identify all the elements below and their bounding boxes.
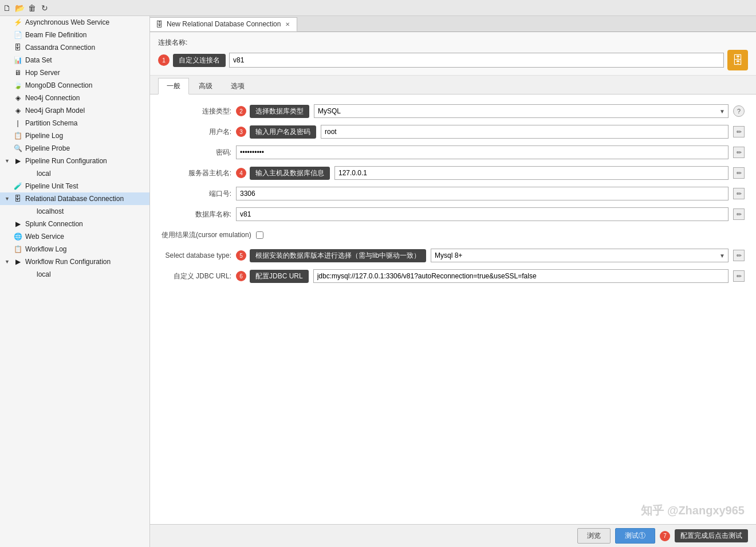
sidebar-item-workflow-run-local[interactable]: local (0, 268, 149, 281)
custom-jdbc-url-label: 自定义 JDBC URL: (162, 271, 236, 281)
select-db-type-select[interactable]: Mysql 8+ Mysql 5.x MariaDB (431, 249, 729, 262)
select-db-type-label: Select database type: (162, 251, 236, 259)
username-row: 用户名: 3 输入用户名及密码 ✏ (162, 124, 745, 139)
use-result-stream-checkbox[interactable] (256, 231, 263, 239)
item-icon-beam-file-definition: 📄 (13, 30, 22, 40)
connection-type-select[interactable]: MySQL PostgreSQL Oracle (314, 104, 729, 118)
custom-jdbc-url-input[interactable] (313, 269, 729, 283)
item-label-workflow-run-configuration: Workflow Run Configuration (25, 258, 111, 266)
database-name-input[interactable] (236, 207, 729, 221)
expand-arrow[interactable]: ▼ (5, 259, 10, 265)
new-icon[interactable]: 🗋 (2, 3, 11, 13)
db-icon: 🗄 (727, 50, 748, 70)
item-label-mongodb-connection: MongoDB Connection (25, 81, 92, 89)
custom-jdbc-url-tooltip: 配置JDBC URL (250, 270, 309, 283)
server-host-label: 服务器主机名: (162, 168, 236, 178)
conn-name-tooltip: 自定义连接名 (173, 54, 226, 67)
item-label-rdb-localhost: localhost (37, 207, 64, 215)
item-label-beam-file-definition: Beam File Definition (25, 31, 86, 39)
item-icon-workflow-run-configuration: ▶ (13, 257, 22, 266)
main-tab[interactable]: 🗄 New Relational Database Connection ✕ (150, 17, 297, 32)
sidebar-item-splunk-connection[interactable]: ▶Splunk Connection (0, 218, 149, 230)
sidebar-item-async-web-service[interactable]: ⚡Asynchronous Web Service (0, 16, 149, 29)
use-result-stream-row: 使用结果流(cursor emulation) (162, 227, 745, 242)
content-area: 🗄 New Relational Database Connection ✕ 连… (150, 16, 756, 547)
expand-arrow[interactable]: ▼ (5, 196, 10, 202)
item-icon-pipeline-unit-test: 🧪 (13, 182, 22, 191)
sidebar-item-pipeline-log[interactable]: 📋Pipeline Log (0, 129, 149, 142)
refresh-icon[interactable]: ↻ (40, 3, 49, 13)
item-label-workflow-log: Workflow Log (25, 245, 66, 253)
browse-button[interactable]: 浏览 (577, 528, 611, 544)
username-input[interactable] (321, 125, 729, 139)
sidebar-item-mongodb-connection[interactable]: 🍃MongoDB Connection (0, 79, 149, 92)
port-edit-button[interactable]: ✏ (733, 188, 745, 199)
sidebar-item-relational-db-connection[interactable]: ▼🗄Relational Database Connection (0, 192, 149, 205)
sidebar-item-pipeline-probe[interactable]: 🔍Pipeline Probe (0, 142, 149, 155)
server-host-control: 4 输入主机及数据库信息 ✏ (236, 166, 745, 180)
server-host-edit-button[interactable]: ✏ (733, 167, 745, 179)
expand-arrow[interactable]: ▼ (5, 158, 10, 164)
select-db-type-tooltip-wrap: 5 根据安装的数据库版本进行选择（需与lib中驱动一致） (236, 249, 426, 262)
sidebar-item-data-set[interactable]: 📊Data Set (0, 54, 149, 66)
use-result-stream-label: 使用结果流(cursor emulation) (162, 230, 256, 240)
port-input[interactable] (236, 187, 729, 200)
server-host-tooltip: 输入主机及数据库信息 (250, 167, 330, 180)
item-label-splunk-connection: Splunk Connection (25, 220, 83, 228)
sidebar-item-beam-file-definition[interactable]: 📄Beam File Definition (0, 29, 149, 41)
conn-name-badge: 1 (158, 54, 170, 66)
item-icon-hop-server: 🖥 (13, 68, 22, 77)
connection-name-input[interactable] (229, 53, 724, 68)
sidebar-item-pipeline-run-configuration[interactable]: ▼▶Pipeline Run Configuration (0, 155, 149, 167)
tab-close-button[interactable]: ✕ (284, 21, 291, 27)
connection-name-label: 连接名称: (158, 38, 748, 48)
password-input[interactable] (236, 145, 729, 159)
tab-advanced[interactable]: 高级 (190, 78, 221, 94)
item-label-hop-server: Hop Server (25, 69, 60, 77)
item-label-neo4j-graph-model: Neo4j Graph Model (25, 107, 85, 115)
sidebar-item-hop-server[interactable]: 🖥Hop Server (0, 66, 149, 79)
item-icon-data-set: 📊 (13, 56, 22, 65)
connection-type-select-wrap: MySQL PostgreSQL Oracle ▼ (314, 104, 729, 118)
item-icon-workflow-log: 📋 (13, 245, 22, 254)
sidebar-item-workflow-log[interactable]: 📋Workflow Log (0, 243, 149, 255)
item-label-pipeline-run-configuration: Pipeline Run Configuration (25, 157, 107, 165)
password-edit-button[interactable]: ✏ (733, 147, 745, 158)
database-name-control: ✏ (236, 207, 745, 221)
sidebar-item-workflow-run-configuration[interactable]: ▼▶Workflow Run Configuration (0, 255, 149, 268)
tab-general[interactable]: 一般 (158, 78, 189, 95)
main-panel: 连接名称: 1 自定义连接名 🗄 一般 高级 选项 连接类型: (150, 32, 756, 524)
sidebar-item-neo4j-graph-model[interactable]: ◈Neo4j Graph Model (0, 104, 149, 117)
delete-icon[interactable]: 🗑 (27, 3, 37, 13)
username-edit-button[interactable]: ✏ (733, 126, 745, 137)
toolbar: 🗋 📂 🗑 ↻ (0, 0, 756, 16)
custom-jdbc-url-edit-button[interactable]: ✏ (733, 270, 745, 282)
custom-jdbc-url-tooltip-wrap: 6 配置JDBC URL (236, 270, 309, 283)
open-icon[interactable]: 📂 (15, 3, 24, 13)
help-button[interactable]: ? (733, 105, 745, 117)
custom-jdbc-url-row: 自定义 JDBC URL: 6 配置JDBC URL ✏ (162, 269, 745, 284)
server-host-input[interactable] (334, 166, 729, 180)
select-db-type-select-wrap: Mysql 8+ Mysql 5.x MariaDB ▼ (431, 249, 729, 262)
sidebar-item-neo4j-connection[interactable]: ◈Neo4j Connection (0, 92, 149, 104)
item-label-web-service: Web Service (25, 233, 64, 241)
test-button[interactable]: 测试① (615, 528, 655, 544)
sidebar-item-rdb-localhost[interactable]: localhost (0, 205, 149, 218)
sidebar-item-web-service[interactable]: 🌐Web Service (0, 230, 149, 243)
use-result-stream-control (256, 231, 745, 239)
main-layout: ⚡Asynchronous Web Service 📄Beam File Def… (0, 16, 756, 547)
select-db-type-edit-button[interactable]: ✏ (733, 250, 745, 261)
item-icon-pipeline-probe: 🔍 (13, 144, 22, 153)
item-icon-neo4j-graph-model: ◈ (13, 106, 22, 115)
database-name-edit-button[interactable]: ✏ (733, 208, 745, 220)
sidebar-item-pipeline-unit-test[interactable]: 🧪Pipeline Unit Test (0, 180, 149, 192)
sidebar: ⚡Asynchronous Web Service 📄Beam File Def… (0, 16, 150, 547)
sidebar-item-cassandra-connection[interactable]: 🗄Cassandra Connection (0, 41, 149, 54)
username-badge: 3 (236, 127, 246, 137)
sidebar-item-pipeline-run-local[interactable]: local (0, 167, 149, 180)
password-label: 密码: (162, 148, 236, 158)
connection-type-row: 连接类型: 2 选择数据库类型 MySQL PostgreSQL Oracle (162, 104, 745, 119)
sidebar-item-partition-schema[interactable]: |Partition Schema (0, 117, 149, 129)
tab-options[interactable]: 选项 (222, 78, 253, 94)
tab-db-icon: 🗄 (156, 20, 163, 29)
